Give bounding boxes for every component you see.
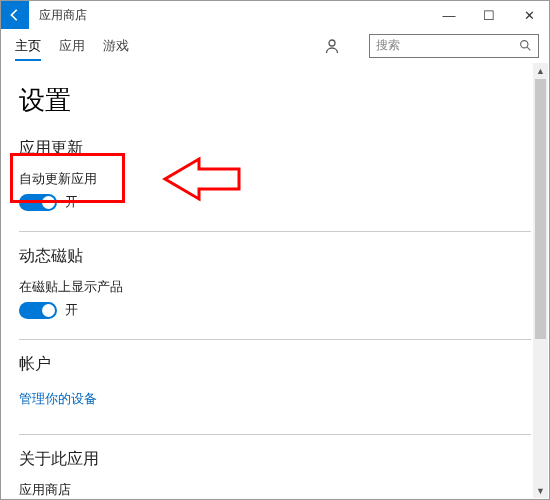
back-button[interactable] xyxy=(1,1,29,29)
scroll-thumb[interactable] xyxy=(535,79,546,339)
auto-update-toggle[interactable] xyxy=(19,194,57,211)
page-title: 设置 xyxy=(19,83,531,118)
search-icon xyxy=(519,39,532,52)
maximize-button[interactable]: ☐ xyxy=(469,1,509,29)
user-icon[interactable] xyxy=(323,37,341,55)
svg-point-1 xyxy=(521,41,528,48)
show-products-state: 开 xyxy=(65,302,78,319)
window-title: 应用商店 xyxy=(29,7,429,24)
section-about-heading: 关于此应用 xyxy=(19,449,531,470)
section-account-heading: 帐户 xyxy=(19,354,531,375)
tab-home[interactable]: 主页 xyxy=(15,33,41,59)
show-products-toggle[interactable] xyxy=(19,302,57,319)
tab-apps[interactable]: 应用 xyxy=(59,33,85,59)
close-button[interactable]: ✕ xyxy=(509,1,549,29)
scroll-up-arrow[interactable]: ▲ xyxy=(533,63,548,78)
about-app-name: 应用商店 xyxy=(19,482,531,499)
minimize-button[interactable]: — xyxy=(429,1,469,29)
show-products-label: 在磁贴上显示产品 xyxy=(19,279,531,296)
vertical-scrollbar[interactable]: ▲ ▼ xyxy=(533,63,548,498)
divider xyxy=(19,231,531,232)
divider xyxy=(19,339,531,340)
back-icon xyxy=(8,8,22,22)
svg-point-0 xyxy=(329,40,335,46)
auto-update-state: 开 xyxy=(65,194,78,211)
title-bar: 应用商店 — ☐ ✕ xyxy=(1,1,549,29)
svg-line-2 xyxy=(527,47,530,50)
auto-update-label: 自动更新应用 xyxy=(19,171,531,188)
search-box[interactable]: 搜索 xyxy=(369,34,539,58)
divider xyxy=(19,434,531,435)
section-live-tile-heading: 动态磁贴 xyxy=(19,246,531,267)
nav-bar: 主页 应用 游戏 搜索 xyxy=(1,29,549,63)
scroll-down-arrow[interactable]: ▼ xyxy=(533,483,548,498)
search-placeholder: 搜索 xyxy=(376,37,519,54)
tab-games[interactable]: 游戏 xyxy=(103,33,129,59)
window-controls: — ☐ ✕ xyxy=(429,1,549,29)
section-app-updates-heading: 应用更新 xyxy=(19,138,531,159)
content-area: 设置 应用更新 自动更新应用 开 动态磁贴 在磁贴上显示产品 开 帐户 管理你的… xyxy=(1,63,549,500)
manage-devices-link[interactable]: 管理你的设备 xyxy=(19,391,97,408)
